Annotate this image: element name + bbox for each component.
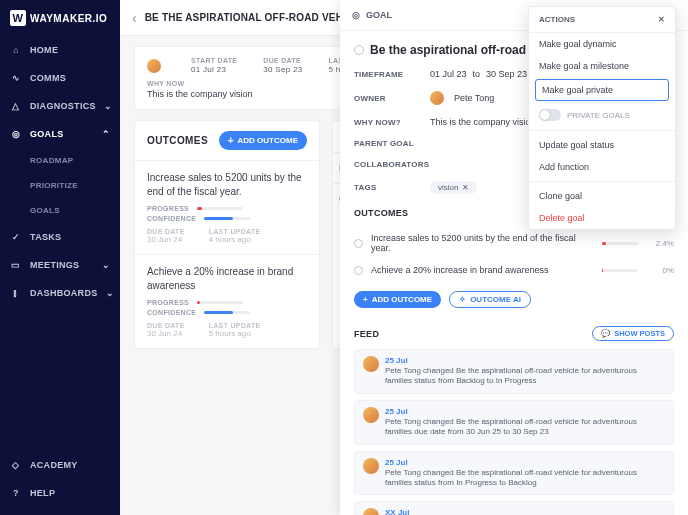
sidebar: W WAYMAKER.IO ⌂HOME ∿COMMS △DIAGNOSTICS⌄… bbox=[0, 0, 120, 515]
plus-icon: + bbox=[363, 295, 368, 304]
timeframe-value[interactable]: 01 Jul 23to30 Sep 23 bbox=[430, 69, 527, 79]
owner-value[interactable]: Pete Tong bbox=[430, 91, 494, 105]
private-goals-toggle-row[interactable]: PRIVATE GOALS bbox=[529, 103, 675, 127]
sidebar-nav: ⌂HOME ∿COMMS △DIAGNOSTICS⌄ ◎GOALS⌃ ROADM… bbox=[0, 36, 120, 451]
chevron-down-icon: ⌄ bbox=[102, 260, 110, 270]
sidebar-bottom: ◇ACADEMY ?HELP bbox=[0, 451, 120, 515]
owner-label: OWNER bbox=[354, 94, 430, 103]
feed-item: 25 JulPete Tong changed Be the aspiratio… bbox=[354, 400, 674, 445]
nav-comms-label: COMMS bbox=[30, 73, 66, 83]
action-clone-goal[interactable]: Clone goal bbox=[529, 185, 675, 207]
show-posts-label: SHOW POSTS bbox=[614, 329, 665, 338]
nav-roadmap-label: ROADMAP bbox=[30, 156, 73, 165]
nav-goals-label: GOALS bbox=[30, 129, 64, 139]
remove-tag-icon[interactable]: ✕ bbox=[462, 183, 469, 192]
nav-comms[interactable]: ∿COMMS bbox=[0, 64, 120, 92]
update-value: 5 hours ago bbox=[209, 329, 261, 338]
action-make-private[interactable]: Make goal private bbox=[535, 79, 669, 101]
confidence-label: CONFIDENCE bbox=[147, 309, 196, 316]
nav-meetings[interactable]: ▭MEETINGS⌄ bbox=[0, 251, 120, 279]
owner-avatar bbox=[430, 91, 444, 105]
nav-help[interactable]: ?HELP bbox=[0, 479, 120, 507]
drawer-outcome-row[interactable]: Increase sales to 5200 units by the end … bbox=[354, 227, 674, 259]
back-icon[interactable]: ‹ bbox=[132, 10, 137, 26]
nav-prioritize[interactable]: PRIORITIZE bbox=[0, 173, 120, 198]
nav-dashboards-label: DASHBOARDS bbox=[30, 288, 98, 298]
logo-mark-icon: W bbox=[10, 10, 26, 26]
goal-drawer: ◎GOAL ↻ ⋮ ✕ Be the aspirational off-road… bbox=[340, 0, 688, 515]
add-outcome-button[interactable]: +ADD OUTCOME bbox=[219, 131, 307, 150]
feed-item: 25 JulPete Tong changed Be the aspiratio… bbox=[354, 451, 674, 496]
action-make-milestone[interactable]: Make goal a milestone bbox=[529, 55, 675, 77]
action-make-dynamic[interactable]: Make goal dynamic bbox=[529, 33, 675, 55]
feed-date: XX Jul bbox=[385, 508, 409, 515]
avatar bbox=[363, 407, 379, 423]
private-goals-label: PRIVATE GOALS bbox=[567, 111, 630, 120]
logo: W WAYMAKER.IO bbox=[0, 0, 120, 36]
timeframe-to: 30 Sep 23 bbox=[486, 69, 527, 79]
nav-tasks-label: TASKS bbox=[30, 232, 61, 242]
drawer-outcomes-title: OUTCOMES bbox=[354, 208, 408, 219]
tags-value[interactable]: vision✕ bbox=[430, 181, 477, 194]
drawer-add-outcome-button[interactable]: +ADD OUTCOME bbox=[354, 291, 441, 308]
feed-date: 25 Jul bbox=[385, 356, 665, 365]
actions-menu: ACTIONS✕ Make goal dynamic Make goal a m… bbox=[528, 6, 676, 230]
tag-chip[interactable]: vision✕ bbox=[430, 181, 477, 194]
brand-name: WAYMAKER.IO bbox=[30, 13, 107, 24]
avatar bbox=[363, 508, 379, 515]
nav-goals[interactable]: ◎GOALS⌃ bbox=[0, 120, 120, 148]
nav-home[interactable]: ⌂HOME bbox=[0, 36, 120, 64]
timeframe-to-word: to bbox=[473, 69, 481, 79]
chevron-down-icon: ⌄ bbox=[104, 101, 112, 111]
home-icon: ⌂ bbox=[10, 44, 22, 56]
nav-roadmap[interactable]: ROADMAP bbox=[0, 148, 120, 173]
outcome-card[interactable]: Increase sales to 5200 units by the end … bbox=[135, 160, 319, 254]
timeframe-label: TIMEFRAME bbox=[354, 70, 430, 79]
drawer-outcome-title: Increase sales to 5200 units by the end … bbox=[371, 233, 594, 253]
action-add-function[interactable]: Add function bbox=[529, 156, 675, 178]
progress-bar bbox=[197, 301, 243, 304]
actions-title: ACTIONS bbox=[539, 15, 575, 24]
close-actions-icon[interactable]: ✕ bbox=[658, 15, 665, 24]
nav-diagnostics-label: DIAGNOSTICS bbox=[30, 101, 96, 111]
nav-academy[interactable]: ◇ACADEMY bbox=[0, 451, 120, 479]
nav-goals-sub[interactable]: GOALS bbox=[0, 198, 120, 223]
feed-text: Pete Tong changed Be the aspirational of… bbox=[385, 366, 665, 387]
action-delete-goal[interactable]: Delete goal bbox=[529, 207, 675, 229]
feed-item: 25 JulPete Tong changed Be the aspiratio… bbox=[354, 349, 674, 394]
outcome-ring-icon bbox=[354, 239, 363, 248]
toggle-icon[interactable] bbox=[539, 109, 561, 121]
target-icon: ◎ bbox=[10, 128, 22, 140]
outcome-ring-icon bbox=[354, 266, 363, 275]
nav-diagnostics[interactable]: △DIAGNOSTICS⌄ bbox=[0, 92, 120, 120]
nav-home-label: HOME bbox=[30, 45, 58, 55]
feed-item: XX Jul bbox=[354, 501, 674, 515]
nav-dashboards[interactable]: ⫿DASHBOARDS⌄ bbox=[0, 279, 120, 307]
activity-icon: ∿ bbox=[10, 72, 22, 84]
outcomes-panel-title: OUTCOMES bbox=[147, 135, 208, 146]
nav-goals-sub-label: GOALS bbox=[30, 206, 60, 215]
outcome-ai-button[interactable]: ✧OUTCOME AI bbox=[449, 291, 531, 308]
shield-icon: ◇ bbox=[10, 459, 22, 471]
confidence-bar bbox=[204, 217, 250, 220]
sparkle-icon: ✧ bbox=[459, 295, 466, 304]
action-update-status[interactable]: Update goal status bbox=[529, 134, 675, 156]
start-date-label: START DATE bbox=[191, 57, 237, 64]
outcome-ai-label: OUTCOME AI bbox=[470, 295, 521, 304]
confidence-label: CONFIDENCE bbox=[147, 215, 196, 222]
timeframe-from: 01 Jul 23 bbox=[430, 69, 467, 79]
drawer-outcome-row[interactable]: Achieve a 20% increase in brand awarenes… bbox=[354, 259, 674, 281]
show-posts-button[interactable]: 💬SHOW POSTS bbox=[592, 326, 674, 341]
chevron-up-icon: ⌃ bbox=[102, 129, 110, 139]
update-label: LAST UPDATE bbox=[209, 228, 261, 235]
outcome-title: Achieve a 20% increase in brand awarenes… bbox=[147, 265, 307, 293]
confidence-bar bbox=[204, 311, 250, 314]
chevron-down-icon: ⌄ bbox=[106, 288, 114, 298]
chat-icon: 💬 bbox=[601, 329, 610, 338]
outcome-card[interactable]: Achieve a 20% increase in brand awarenes… bbox=[135, 254, 319, 348]
drawer-outcome-pct: 0% bbox=[646, 266, 674, 275]
avatar bbox=[363, 356, 379, 372]
drawer-add-outcome-label: ADD OUTCOME bbox=[372, 295, 432, 304]
nav-tasks[interactable]: ✓TASKS bbox=[0, 223, 120, 251]
avatar bbox=[363, 458, 379, 474]
